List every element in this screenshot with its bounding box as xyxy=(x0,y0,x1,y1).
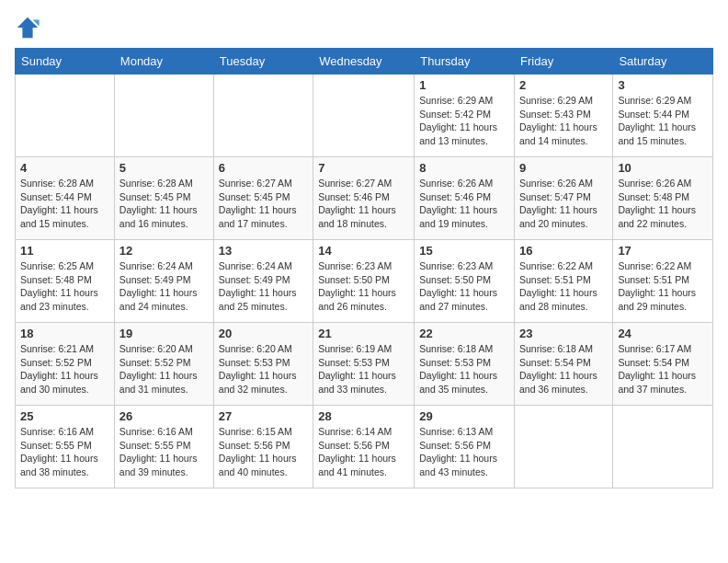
day-info: Sunrise: 6:22 AM Sunset: 5:51 PM Dayligh… xyxy=(519,259,608,314)
day-number: 22 xyxy=(419,327,509,340)
calendar-day-cell: 7Sunrise: 6:27 AM Sunset: 5:46 PM Daylig… xyxy=(313,157,415,240)
calendar-week-row: 4Sunrise: 6:28 AM Sunset: 5:44 PM Daylig… xyxy=(16,157,713,240)
weekday-header-thursday: Thursday xyxy=(415,49,515,75)
day-info: Sunrise: 6:28 AM Sunset: 5:44 PM Dayligh… xyxy=(20,177,109,231)
calendar-empty-cell xyxy=(213,75,313,157)
calendar-day-cell: 14Sunrise: 6:23 AM Sunset: 5:50 PM Dayli… xyxy=(313,240,415,323)
day-info: Sunrise: 6:17 AM Sunset: 5:54 PM Dayligh… xyxy=(618,342,708,396)
calendar-day-cell: 17Sunrise: 6:22 AM Sunset: 5:51 PM Dayli… xyxy=(613,240,713,323)
logo-icon xyxy=(15,15,40,40)
day-info: Sunrise: 6:19 AM Sunset: 5:53 PM Dayligh… xyxy=(318,342,409,396)
calendar-empty-cell xyxy=(515,406,613,488)
day-number: 8 xyxy=(419,161,509,175)
calendar-empty-cell xyxy=(16,75,115,157)
calendar-day-cell: 8Sunrise: 6:26 AM Sunset: 5:46 PM Daylig… xyxy=(415,157,515,240)
weekday-header-wednesday: Wednesday xyxy=(313,49,415,75)
weekday-header-saturday: Saturday xyxy=(613,49,713,75)
day-number: 1 xyxy=(419,78,509,92)
day-number: 4 xyxy=(20,161,109,175)
weekday-header-tuesday: Tuesday xyxy=(213,49,313,75)
calendar-week-row: 11Sunrise: 6:25 AM Sunset: 5:48 PM Dayli… xyxy=(16,240,713,323)
calendar-day-cell: 18Sunrise: 6:21 AM Sunset: 5:52 PM Dayli… xyxy=(16,323,115,406)
day-number: 27 xyxy=(219,409,308,423)
day-info: Sunrise: 6:26 AM Sunset: 5:47 PM Dayligh… xyxy=(519,177,608,231)
calendar-day-cell: 25Sunrise: 6:16 AM Sunset: 5:55 PM Dayli… xyxy=(16,406,115,488)
day-number: 13 xyxy=(219,244,308,258)
logo xyxy=(15,15,44,40)
day-info: Sunrise: 6:16 AM Sunset: 5:55 PM Dayligh… xyxy=(119,425,209,479)
day-info: Sunrise: 6:25 AM Sunset: 5:48 PM Dayligh… xyxy=(20,259,109,314)
day-number: 28 xyxy=(318,409,409,423)
day-info: Sunrise: 6:21 AM Sunset: 5:52 PM Dayligh… xyxy=(20,342,109,396)
day-number: 19 xyxy=(119,327,209,340)
calendar-day-cell: 24Sunrise: 6:17 AM Sunset: 5:54 PM Dayli… xyxy=(613,323,713,406)
calendar-day-cell: 5Sunrise: 6:28 AM Sunset: 5:45 PM Daylig… xyxy=(114,157,213,240)
calendar-empty-cell xyxy=(613,406,713,488)
day-info: Sunrise: 6:20 AM Sunset: 5:52 PM Dayligh… xyxy=(119,342,209,396)
calendar-day-cell: 2Sunrise: 6:29 AM Sunset: 5:43 PM Daylig… xyxy=(515,75,613,157)
day-number: 11 xyxy=(20,244,109,258)
calendar-day-cell: 29Sunrise: 6:13 AM Sunset: 5:56 PM Dayli… xyxy=(415,406,515,488)
calendar-day-cell: 20Sunrise: 6:20 AM Sunset: 5:53 PM Dayli… xyxy=(213,323,313,406)
day-info: Sunrise: 6:24 AM Sunset: 5:49 PM Dayligh… xyxy=(219,259,308,314)
day-number: 14 xyxy=(318,244,409,258)
day-info: Sunrise: 6:22 AM Sunset: 5:51 PM Dayligh… xyxy=(618,259,708,314)
day-number: 12 xyxy=(119,244,209,258)
day-info: Sunrise: 6:14 AM Sunset: 5:56 PM Dayligh… xyxy=(318,425,409,479)
calendar-day-cell: 23Sunrise: 6:18 AM Sunset: 5:54 PM Dayli… xyxy=(515,323,613,406)
day-info: Sunrise: 6:13 AM Sunset: 5:56 PM Dayligh… xyxy=(419,425,509,479)
day-number: 16 xyxy=(519,244,608,258)
calendar-day-cell: 15Sunrise: 6:23 AM Sunset: 5:50 PM Dayli… xyxy=(415,240,515,323)
calendar-day-cell: 12Sunrise: 6:24 AM Sunset: 5:49 PM Dayli… xyxy=(114,240,213,323)
day-info: Sunrise: 6:16 AM Sunset: 5:55 PM Dayligh… xyxy=(20,425,109,479)
calendar-week-row: 25Sunrise: 6:16 AM Sunset: 5:55 PM Dayli… xyxy=(16,406,713,488)
calendar-week-row: 18Sunrise: 6:21 AM Sunset: 5:52 PM Dayli… xyxy=(16,323,713,406)
calendar-day-cell: 19Sunrise: 6:20 AM Sunset: 5:52 PM Dayli… xyxy=(114,323,213,406)
day-number: 18 xyxy=(20,327,109,340)
day-number: 10 xyxy=(618,161,708,175)
calendar-day-cell: 22Sunrise: 6:18 AM Sunset: 5:53 PM Dayli… xyxy=(415,323,515,406)
calendar-day-cell: 4Sunrise: 6:28 AM Sunset: 5:44 PM Daylig… xyxy=(16,157,115,240)
page-header xyxy=(15,15,713,40)
calendar-day-cell: 21Sunrise: 6:19 AM Sunset: 5:53 PM Dayli… xyxy=(313,323,415,406)
day-info: Sunrise: 6:24 AM Sunset: 5:49 PM Dayligh… xyxy=(119,259,209,314)
day-number: 20 xyxy=(219,327,308,340)
weekday-header-row: SundayMondayTuesdayWednesdayThursdayFrid… xyxy=(16,49,713,75)
day-number: 29 xyxy=(419,409,509,423)
day-number: 2 xyxy=(519,78,608,92)
day-info: Sunrise: 6:29 AM Sunset: 5:44 PM Dayligh… xyxy=(618,94,708,148)
day-number: 9 xyxy=(519,161,608,175)
day-number: 26 xyxy=(119,409,209,423)
calendar-day-cell: 11Sunrise: 6:25 AM Sunset: 5:48 PM Dayli… xyxy=(16,240,115,323)
calendar-day-cell: 13Sunrise: 6:24 AM Sunset: 5:49 PM Dayli… xyxy=(213,240,313,323)
day-info: Sunrise: 6:26 AM Sunset: 5:48 PM Dayligh… xyxy=(618,177,708,231)
day-number: 6 xyxy=(219,161,308,175)
day-number: 23 xyxy=(519,327,608,340)
calendar-day-cell: 6Sunrise: 6:27 AM Sunset: 5:45 PM Daylig… xyxy=(213,157,313,240)
calendar-day-cell: 9Sunrise: 6:26 AM Sunset: 5:47 PM Daylig… xyxy=(515,157,613,240)
calendar-day-cell: 28Sunrise: 6:14 AM Sunset: 5:56 PM Dayli… xyxy=(313,406,415,488)
day-info: Sunrise: 6:29 AM Sunset: 5:42 PM Dayligh… xyxy=(419,94,509,148)
day-number: 21 xyxy=(318,327,409,340)
day-info: Sunrise: 6:23 AM Sunset: 5:50 PM Dayligh… xyxy=(419,259,509,314)
day-number: 24 xyxy=(618,327,708,340)
day-info: Sunrise: 6:18 AM Sunset: 5:53 PM Dayligh… xyxy=(419,342,509,396)
day-info: Sunrise: 6:18 AM Sunset: 5:54 PM Dayligh… xyxy=(519,342,608,396)
day-info: Sunrise: 6:15 AM Sunset: 5:56 PM Dayligh… xyxy=(219,425,308,479)
day-info: Sunrise: 6:20 AM Sunset: 5:53 PM Dayligh… xyxy=(219,342,308,396)
calendar-week-row: 1Sunrise: 6:29 AM Sunset: 5:42 PM Daylig… xyxy=(16,75,713,157)
day-info: Sunrise: 6:26 AM Sunset: 5:46 PM Dayligh… xyxy=(419,177,509,231)
calendar-empty-cell xyxy=(313,75,415,157)
calendar-day-cell: 1Sunrise: 6:29 AM Sunset: 5:42 PM Daylig… xyxy=(415,75,515,157)
day-info: Sunrise: 6:29 AM Sunset: 5:43 PM Dayligh… xyxy=(519,94,608,148)
day-number: 3 xyxy=(618,78,708,92)
day-number: 25 xyxy=(20,409,109,423)
weekday-header-friday: Friday xyxy=(515,49,613,75)
day-number: 17 xyxy=(618,244,708,258)
calendar-table: SundayMondayTuesdayWednesdayThursdayFrid… xyxy=(15,48,713,488)
calendar-day-cell: 16Sunrise: 6:22 AM Sunset: 5:51 PM Dayli… xyxy=(515,240,613,323)
day-info: Sunrise: 6:23 AM Sunset: 5:50 PM Dayligh… xyxy=(318,259,409,314)
day-number: 7 xyxy=(318,161,409,175)
calendar-day-cell: 10Sunrise: 6:26 AM Sunset: 5:48 PM Dayli… xyxy=(613,157,713,240)
day-info: Sunrise: 6:28 AM Sunset: 5:45 PM Dayligh… xyxy=(119,177,209,231)
